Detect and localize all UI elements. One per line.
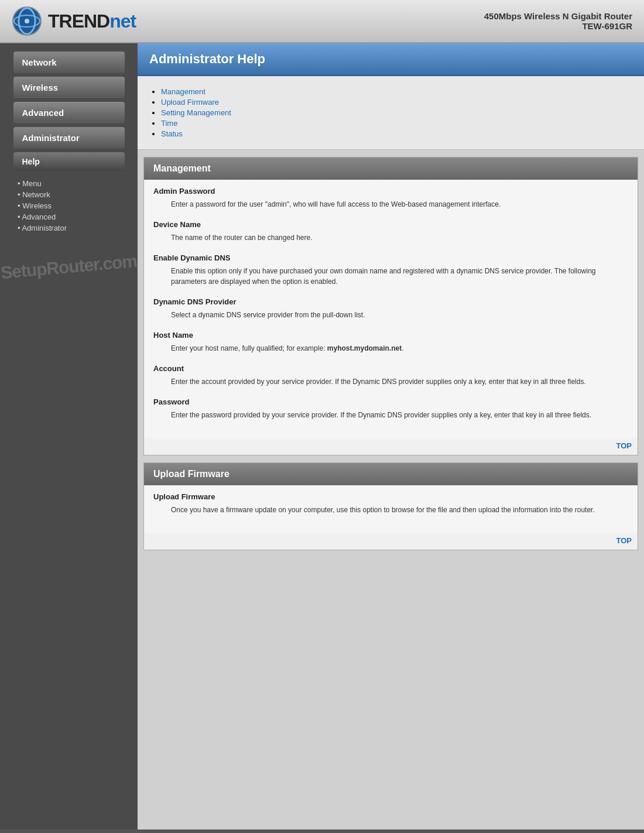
toc-item-setting-management[interactable]: Setting Management bbox=[161, 108, 632, 117]
help-link-network[interactable]: Network bbox=[18, 190, 126, 199]
management-top-link[interactable]: TOP bbox=[144, 438, 638, 455]
content-area: Administrator Help Management Upload Fir… bbox=[138, 43, 644, 829]
help-section: Help Menu Network Wireless Advanced Admi… bbox=[0, 152, 138, 239]
hostname-example: myhost.mydomain.net bbox=[327, 344, 402, 352]
help-link-advanced[interactable]: Advanced bbox=[18, 212, 126, 221]
toc-area: Management Upload Firmware Setting Manag… bbox=[138, 76, 644, 150]
toc-list: Management Upload Firmware Setting Manag… bbox=[155, 87, 632, 138]
entry-enable-dynamic-dns: Enable Dynamic DNS Enable this option on… bbox=[153, 253, 628, 287]
toc-item-time[interactable]: Time bbox=[161, 119, 632, 128]
help-header: Help bbox=[13, 152, 125, 171]
header: TRENDnet 450Mbps Wireless N Gigabit Rout… bbox=[0, 0, 644, 43]
toc-item-management[interactable]: Management bbox=[161, 87, 632, 96]
sidebar-item-administrator[interactable]: Administrator bbox=[13, 127, 125, 149]
logo-text: TRENDnet bbox=[48, 11, 136, 32]
main-layout: Network Wireless Advanced Administrator … bbox=[0, 43, 644, 829]
sidebar-item-advanced[interactable]: Advanced bbox=[13, 102, 125, 124]
toc-item-status[interactable]: Status bbox=[161, 129, 632, 138]
help-link-administrator[interactable]: Administrator bbox=[18, 224, 126, 232]
management-section-body: Admin Password Enter a password for the … bbox=[144, 180, 638, 438]
upload-firmware-section-body: Upload Firmware Once you have a firmware… bbox=[144, 485, 638, 533]
upload-firmware-top-link[interactable]: TOP bbox=[144, 533, 638, 550]
entry-password: Password Enter the password provided by … bbox=[153, 397, 628, 420]
trendnet-logo-icon bbox=[12, 6, 42, 36]
help-link-menu[interactable]: Menu bbox=[18, 179, 126, 188]
entry-account: Account Enter the account provided by yo… bbox=[153, 364, 628, 387]
device-info: 450Mbps Wireless N Gigabit Router TEW-69… bbox=[484, 11, 632, 31]
entry-dynamic-dns-provider: Dynamic DNS Provider Select a dynamic DN… bbox=[153, 297, 628, 320]
bottom-spacer bbox=[138, 557, 644, 581]
sidebar-item-network[interactable]: Network bbox=[13, 52, 125, 73]
entry-admin-password: Admin Password Enter a password for the … bbox=[153, 187, 628, 210]
upload-firmware-section: Upload Firmware Upload Firmware Once you… bbox=[143, 462, 638, 550]
sidebar: Network Wireless Advanced Administrator … bbox=[0, 43, 138, 829]
toc-item-upload-firmware[interactable]: Upload Firmware bbox=[161, 98, 632, 107]
page-title: Administrator Help bbox=[138, 43, 644, 76]
help-link-wireless[interactable]: Wireless bbox=[18, 201, 126, 210]
entry-host-name: Host Name Enter your host name, fully qu… bbox=[153, 331, 628, 354]
logo-area: TRENDnet bbox=[12, 6, 136, 36]
sidebar-item-wireless[interactable]: Wireless bbox=[13, 77, 125, 98]
watermark: SetupRouter.com bbox=[0, 251, 138, 283]
upload-firmware-section-header: Upload Firmware bbox=[144, 463, 638, 485]
help-links: Menu Network Wireless Advanced Administr… bbox=[0, 174, 138, 239]
entry-device-name: Device Name The name of the router can b… bbox=[153, 220, 628, 243]
svg-point-3 bbox=[25, 19, 29, 23]
management-section: Management Admin Password Enter a passwo… bbox=[143, 157, 638, 455]
entry-upload-firmware: Upload Firmware Once you have a firmware… bbox=[153, 492, 628, 515]
management-section-header: Management bbox=[144, 157, 638, 180]
